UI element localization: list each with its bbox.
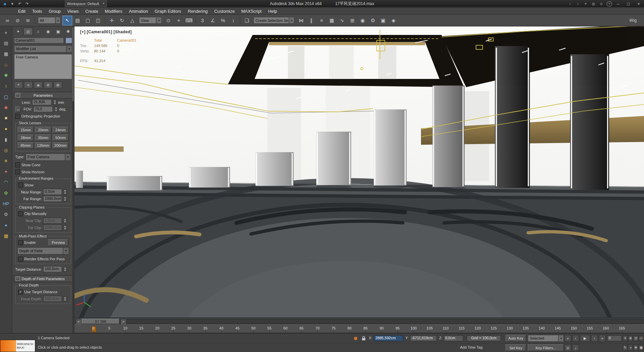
- preview-button[interactable]: Preview: [48, 239, 68, 246]
- stock-lens-35mm[interactable]: 35mm: [35, 134, 51, 141]
- strip-gear-icon[interactable]: ⚙: [2, 211, 10, 218]
- select-and-manipulate-icon[interactable]: ⌖: [174, 15, 183, 25]
- z-coordinate-field[interactable]: 0,0cm: [443, 335, 463, 341]
- strip-ground-icon[interactable]: ▩: [2, 232, 10, 239]
- configure-modifier-sets-icon[interactable]: ⊞: [53, 81, 62, 88]
- stock-lens-50mm[interactable]: 50mm: [52, 134, 68, 141]
- viewport[interactable]: [+] [Camera001] [Shaded] Total Camera001…: [74, 26, 644, 317]
- previous-frame-arrow[interactable]: <: [75, 319, 82, 325]
- target-distance-spinner[interactable]: ▲▼: [63, 266, 67, 272]
- near-range-spinner[interactable]: ▲▼: [63, 189, 67, 194]
- strip-spray-icon[interactable]: ✱: [2, 72, 10, 79]
- viewport-canvas[interactable]: [74, 26, 644, 317]
- strip-ball-icon[interactable]: ●: [2, 221, 10, 229]
- far-range-field[interactable]: 1000,0cm: [43, 196, 62, 202]
- current-frame-field[interactable]: 0: [607, 335, 622, 341]
- menu-graph-editors[interactable]: Graph Editors: [151, 7, 184, 14]
- remove-modifier-icon[interactable]: ⊘: [44, 81, 53, 88]
- angle-snap-icon[interactable]: ∠: [208, 15, 218, 25]
- show-cone-checkbox[interactable]: [15, 162, 20, 167]
- mirror-icon[interactable]: ⋈: [296, 15, 306, 25]
- align-icon[interactable]: ∥: [306, 15, 316, 25]
- object-color-swatch[interactable]: [65, 37, 72, 43]
- strip-teapot-icon[interactable]: ♨: [2, 61, 10, 68]
- multi-pass-effect-dropdown[interactable]: Depth of Field ▼: [17, 247, 69, 255]
- named-selection-dropdown[interactable]: Create Selection Se▼: [254, 17, 294, 24]
- pin-stack-icon[interactable]: ⌖: [14, 81, 23, 88]
- add-time-tag[interactable]: Add Time Tag: [460, 343, 482, 352]
- make-unique-icon[interactable]: ◈: [34, 81, 43, 88]
- orbit-icon[interactable]: ↻: [623, 345, 628, 351]
- schematic-view-icon[interactable]: ⊞: [347, 15, 357, 25]
- menu-edit[interactable]: Edit: [15, 7, 29, 14]
- use-target-distance-checkbox[interactable]: ✓: [18, 289, 23, 294]
- go-to-end-button[interactable]: »: [599, 335, 606, 342]
- set-key-button[interactable]: Set Key: [505, 344, 526, 351]
- x-coordinate-field[interactable]: 2885,592cm: [374, 335, 403, 341]
- clip-manually-checkbox[interactable]: [18, 211, 23, 216]
- keyboard-shortcut-override-icon[interactable]: ⌨: [184, 15, 194, 25]
- next-frame-arrow[interactable]: >: [120, 319, 126, 325]
- redo-icon[interactable]: ↷: [24, 1, 31, 6]
- select-and-scale-icon[interactable]: △: [127, 15, 137, 25]
- material-editor-icon[interactable]: ◉: [358, 15, 368, 25]
- select-and-move-icon[interactable]: ✛: [107, 15, 116, 25]
- menu-maxscript[interactable]: MAXScript: [238, 7, 265, 14]
- stock-lens-28mm[interactable]: 28mm: [18, 134, 34, 141]
- reference-coordinate-dropdown[interactable]: View▼: [139, 17, 162, 24]
- play-button[interactable]: ▶: [580, 335, 590, 342]
- infocenter-forward-icon[interactable]: ›: [575, 1, 581, 6]
- select-by-name-icon[interactable]: ▤: [73, 15, 83, 25]
- selection-lock-icon[interactable]: [362, 336, 366, 341]
- stack-item-free-camera[interactable]: Free Camera: [14, 54, 72, 60]
- track-bar[interactable]: 0510152025303540455055606570758085909510…: [74, 324, 644, 333]
- selection-filter-dropdown[interactable]: All▼: [38, 17, 61, 24]
- isolate-selection-toggle[interactable]: [354, 337, 358, 340]
- render-production-icon[interactable]: ◈: [388, 15, 398, 25]
- lens-spinner[interactable]: ▲▼: [53, 99, 57, 105]
- maximize-viewport-icon[interactable]: ▣: [639, 345, 644, 351]
- lens-field[interactable]: 21,836: [32, 99, 52, 105]
- dof-rollout-header[interactable]: − Depth of Field Parameters: [13, 275, 72, 282]
- key-filters-button[interactable]: Key Filters...: [528, 344, 564, 351]
- pan-view-icon[interactable]: ✛: [623, 335, 628, 341]
- close-button[interactable]: ×: [634, 1, 643, 6]
- stock-lens-135mm[interactable]: 135mm: [35, 142, 51, 149]
- tab-modify[interactable]: ◎: [23, 28, 33, 35]
- tab-hierarchy[interactable]: ⌂: [34, 28, 43, 35]
- strip-sphere-icon[interactable]: ●: [2, 125, 10, 132]
- auto-key-button[interactable]: Auto Key: [505, 335, 526, 342]
- orthographic-checkbox[interactable]: [15, 114, 20, 119]
- listener-macro-pane[interactable]: [0, 340, 16, 352]
- snaps-toggle-icon[interactable]: 3: [198, 15, 207, 25]
- parameters-rollout-header[interactable]: − Parameters: [13, 92, 72, 99]
- strip-arc-icon[interactable]: ◠: [2, 178, 10, 186]
- layer-manager-icon[interactable]: ≡: [317, 15, 326, 25]
- zoom-icon[interactable]: ⊕: [628, 335, 633, 341]
- y-coordinate-field[interactable]: -6711,619cm: [410, 335, 437, 341]
- modifier-stack[interactable]: Free Camera: [14, 54, 72, 79]
- edit-named-selection-sets-icon[interactable]: ❏: [242, 15, 252, 25]
- stock-lens-20mm[interactable]: 20mm: [35, 127, 51, 133]
- menu-tools[interactable]: Tools: [29, 7, 46, 14]
- next-frame-button[interactable]: ›: [591, 335, 598, 342]
- infocenter-back-icon[interactable]: ‹: [567, 1, 574, 6]
- strip-bone-icon[interactable]: ≀: [2, 82, 10, 90]
- key-mode-toggle-icon[interactable]: ⊙: [564, 344, 571, 351]
- maxscript-mini-listener[interactable]: Welcome to MAX!: [0, 340, 35, 352]
- tab-create[interactable]: ✦: [13, 28, 22, 35]
- selection-region-icon[interactable]: ▢: [83, 15, 93, 25]
- env-show-checkbox[interactable]: [18, 182, 23, 187]
- maximize-button[interactable]: □: [624, 1, 633, 6]
- undo-icon[interactable]: ↶: [16, 1, 23, 6]
- sign-in-icon[interactable]: ☺: [598, 1, 605, 6]
- select-and-link-icon[interactable]: ∞: [2, 15, 12, 25]
- minimize-button[interactable]: –: [613, 1, 623, 6]
- bind-to-space-warp-icon[interactable]: ≋: [23, 15, 33, 25]
- window-crossing-icon[interactable]: ◫: [93, 15, 103, 25]
- menu-customize[interactable]: Customize: [211, 7, 238, 14]
- strip-cylinder-icon[interactable]: ▮: [2, 136, 10, 143]
- modifier-list-dropdown[interactable]: Modifier List ▼: [14, 45, 72, 53]
- rendered-frame-icon[interactable]: ▣: [378, 15, 388, 25]
- far-range-spinner[interactable]: ▲▼: [63, 196, 67, 202]
